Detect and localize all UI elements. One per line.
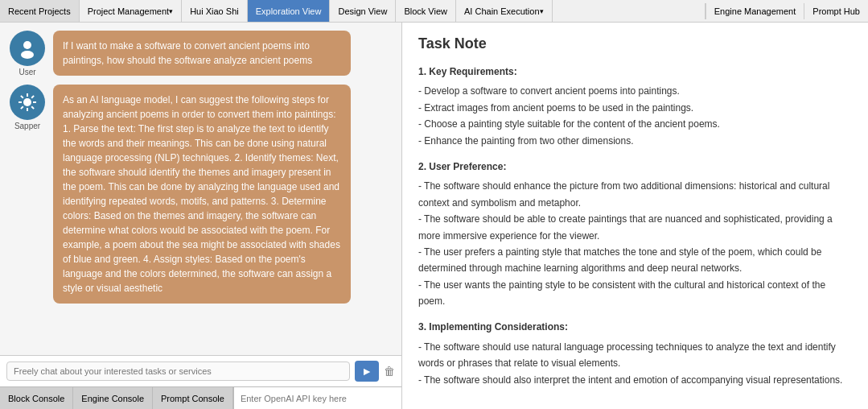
delete-button[interactable]: 🗑 (384, 365, 395, 378)
task-section-2-item-3: - The user wants the painting style to b… (418, 277, 852, 310)
task-section-1-item-0: - Develop a software to convert ancient … (418, 83, 852, 99)
svg-line-10 (21, 106, 23, 109)
svg-point-1 (21, 51, 34, 59)
chat-panel: User If I want to make a software to con… (0, 23, 402, 409)
prompt-console-tab[interactable]: Prompt Console (153, 387, 233, 409)
send-button[interactable]: ► (355, 361, 379, 382)
task-section-2-item-1: - The software should be able to create … (418, 211, 852, 244)
sapper-icon (16, 91, 39, 114)
task-section-3-item-1: - The software should also interpret the… (418, 372, 852, 388)
nav-tab-hui-xiao-shi[interactable]: Hui Xiao Shi (182, 0, 248, 22)
main-area: User If I want to make a software to con… (0, 23, 868, 409)
task-section-3-item-0: - The software should use natural langua… (418, 339, 852, 372)
nav-tab-engine-management[interactable]: Engine Management (706, 3, 804, 19)
task-section-1-item-3: - Enhance the painting from two other di… (418, 133, 852, 149)
engine-console-tab[interactable]: Engine Console (73, 387, 153, 409)
task-note-title: Task Note (418, 35, 852, 52)
user-avatar-container: User (8, 31, 47, 76)
chat-input-area: ► 🗑 (0, 355, 401, 386)
task-section-2-item-2: - The user prefers a painting style that… (418, 244, 852, 277)
nav-tab-prompt-hub[interactable]: Prompt Hub (804, 3, 868, 19)
svg-line-9 (31, 96, 34, 98)
delete-icon: 🗑 (384, 365, 395, 378)
task-section-2-title: 2. User Preference: (418, 159, 852, 175)
task-section-3-title: 3. Implementing Considerations: (418, 319, 852, 335)
user-bubble: If I want to make a software to convert … (53, 31, 351, 76)
user-label: User (19, 68, 35, 76)
nav-tab-project-management[interactable]: Project Management (80, 0, 183, 22)
send-icon: ► (361, 365, 372, 378)
user-message-row: User If I want to make a software to con… (8, 31, 393, 76)
api-key-input[interactable] (233, 387, 401, 409)
sapper-avatar (10, 85, 45, 120)
task-section-1-title: 1. Key Requirements: (418, 64, 852, 80)
svg-point-0 (23, 41, 31, 49)
nav-tab-block-view[interactable]: Block View (396, 0, 456, 22)
task-section-2-item-0: - The software should enhance the pictur… (418, 178, 852, 211)
task-note-panel: Task Note 1. Key Requirements: - Develop… (402, 23, 868, 409)
svg-line-7 (21, 96, 23, 98)
chat-input[interactable] (6, 361, 350, 381)
bottom-bar: Block Console Engine Console Prompt Cons… (0, 386, 401, 409)
sapper-avatar-container: Sapper (8, 85, 47, 130)
chat-messages: User If I want to make a software to con… (0, 23, 401, 355)
block-console-tab[interactable]: Block Console (0, 387, 73, 409)
user-icon (16, 37, 39, 60)
svg-point-2 (23, 98, 31, 106)
user-avatar (10, 31, 45, 66)
assistant-bubble: As an AI language model, I can suggest t… (53, 85, 351, 304)
nav-tab-exploration-view[interactable]: Exploration View (248, 0, 331, 22)
task-note-content: 1. Key Requirements: - Develop a softwar… (418, 64, 852, 388)
svg-line-8 (31, 106, 34, 109)
nav-tab-design-view[interactable]: Design View (330, 0, 396, 22)
nav-tab-recent-projects[interactable]: Recent Projects (0, 0, 80, 22)
task-section-1-item-2: - Choose a painting style suitable for t… (418, 116, 852, 132)
task-section-1-item-1: - Extract images from ancient poems to b… (418, 100, 852, 116)
sapper-label: Sapper (14, 122, 40, 130)
nav-tab-ai-chain-execution[interactable]: AI Chain Execution (456, 0, 553, 22)
top-navigation: Recent Projects Project Management Hui X… (0, 0, 868, 23)
assistant-message-row: Sapper As an AI language model, I can su… (8, 85, 393, 304)
